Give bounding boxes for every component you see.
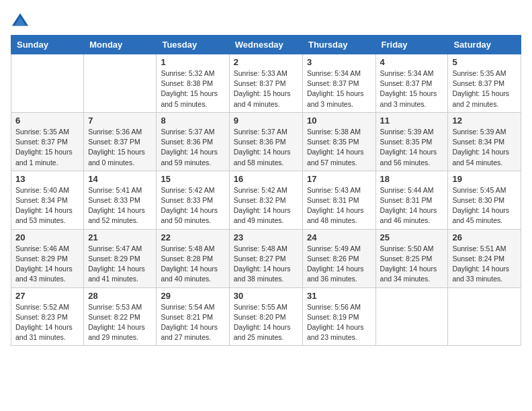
day-info: Sunrise: 5:35 AM Sunset: 8:37 PM Dayligh… <box>452 68 517 109</box>
day-number: 30 <box>234 291 298 301</box>
calendar-cell: 24Sunrise: 5:49 AM Sunset: 8:26 PM Dayli… <box>302 229 375 287</box>
calendar-cell: 4Sunrise: 5:34 AM Sunset: 8:37 PM Daylig… <box>375 54 448 113</box>
calendar-cell: 3Sunrise: 5:34 AM Sunset: 8:37 PM Daylig… <box>302 54 375 113</box>
calendar-cell: 14Sunrise: 5:41 AM Sunset: 8:33 PM Dayli… <box>84 171 157 229</box>
calendar-cell: 12Sunrise: 5:39 AM Sunset: 8:34 PM Dayli… <box>448 112 521 171</box>
day-info: Sunrise: 5:56 AM Sunset: 8:19 PM Dayligh… <box>307 302 371 343</box>
day-info: Sunrise: 5:40 AM Sunset: 8:34 PM Dayligh… <box>15 185 79 226</box>
calendar-cell: 1Sunrise: 5:32 AM Sunset: 8:38 PM Daylig… <box>157 54 229 113</box>
calendar-cell: 31Sunrise: 5:56 AM Sunset: 8:19 PM Dayli… <box>302 287 375 346</box>
calendar-cell: 28Sunrise: 5:53 AM Sunset: 8:22 PM Dayli… <box>84 287 157 346</box>
calendar-cell: 16Sunrise: 5:42 AM Sunset: 8:32 PM Dayli… <box>229 171 302 229</box>
weekday-header-wednesday: Wednesday <box>229 36 302 54</box>
day-number: 23 <box>234 232 298 242</box>
day-number: 6 <box>15 116 79 126</box>
day-info: Sunrise: 5:42 AM Sunset: 8:33 PM Dayligh… <box>161 185 224 226</box>
day-number: 22 <box>161 232 224 242</box>
calendar-cell <box>375 287 448 346</box>
day-number: 5 <box>452 57 517 67</box>
calendar-cell: 19Sunrise: 5:45 AM Sunset: 8:30 PM Dayli… <box>448 171 521 229</box>
calendar-cell: 5Sunrise: 5:35 AM Sunset: 8:37 PM Daylig… <box>448 54 521 113</box>
day-info: Sunrise: 5:52 AM Sunset: 8:23 PM Dayligh… <box>15 302 79 343</box>
day-number: 26 <box>452 232 517 242</box>
day-info: Sunrise: 5:53 AM Sunset: 8:22 PM Dayligh… <box>88 302 152 343</box>
day-number: 15 <box>161 174 224 184</box>
day-number: 25 <box>380 232 444 242</box>
day-info: Sunrise: 5:54 AM Sunset: 8:21 PM Dayligh… <box>161 302 224 343</box>
calendar-cell: 29Sunrise: 5:54 AM Sunset: 8:21 PM Dayli… <box>157 287 229 346</box>
day-info: Sunrise: 5:44 AM Sunset: 8:31 PM Dayligh… <box>380 185 444 226</box>
day-number: 17 <box>307 174 371 184</box>
day-info: Sunrise: 5:48 AM Sunset: 8:28 PM Dayligh… <box>161 244 224 285</box>
calendar-cell <box>448 287 521 346</box>
day-info: Sunrise: 5:42 AM Sunset: 8:32 PM Dayligh… <box>234 185 298 226</box>
day-number: 13 <box>15 174 79 184</box>
weekday-header-thursday: Thursday <box>302 36 375 54</box>
calendar-cell: 26Sunrise: 5:51 AM Sunset: 8:24 PM Dayli… <box>448 229 521 287</box>
day-info: Sunrise: 5:43 AM Sunset: 8:31 PM Dayligh… <box>307 185 371 226</box>
day-info: Sunrise: 5:32 AM Sunset: 8:38 PM Dayligh… <box>161 68 224 109</box>
day-number: 18 <box>380 174 444 184</box>
calendar-cell: 10Sunrise: 5:38 AM Sunset: 8:35 PM Dayli… <box>302 112 375 171</box>
calendar: SundayMondayTuesdayWednesdayThursdayFrid… <box>11 35 521 346</box>
day-info: Sunrise: 5:45 AM Sunset: 8:30 PM Dayligh… <box>452 185 517 226</box>
calendar-cell: 2Sunrise: 5:33 AM Sunset: 8:37 PM Daylig… <box>229 54 302 113</box>
day-number: 27 <box>15 291 79 301</box>
calendar-cell: 6Sunrise: 5:35 AM Sunset: 8:37 PM Daylig… <box>11 112 84 171</box>
day-info: Sunrise: 5:50 AM Sunset: 8:25 PM Dayligh… <box>380 244 444 285</box>
calendar-cell: 15Sunrise: 5:42 AM Sunset: 8:33 PM Dayli… <box>157 171 229 229</box>
day-info: Sunrise: 5:55 AM Sunset: 8:20 PM Dayligh… <box>234 302 298 343</box>
day-number: 19 <box>452 174 517 184</box>
day-number: 9 <box>234 116 298 126</box>
calendar-cell: 22Sunrise: 5:48 AM Sunset: 8:28 PM Dayli… <box>157 229 229 287</box>
day-info: Sunrise: 5:34 AM Sunset: 8:37 PM Dayligh… <box>380 68 444 109</box>
calendar-cell: 23Sunrise: 5:48 AM Sunset: 8:27 PM Dayli… <box>229 229 302 287</box>
calendar-cell: 27Sunrise: 5:52 AM Sunset: 8:23 PM Dayli… <box>11 287 84 346</box>
calendar-cell: 13Sunrise: 5:40 AM Sunset: 8:34 PM Dayli… <box>11 171 84 229</box>
day-info: Sunrise: 5:37 AM Sunset: 8:36 PM Dayligh… <box>234 127 298 168</box>
calendar-cell: 25Sunrise: 5:50 AM Sunset: 8:25 PM Dayli… <box>375 229 448 287</box>
day-number: 28 <box>88 291 152 301</box>
day-number: 21 <box>88 232 152 242</box>
day-info: Sunrise: 5:34 AM Sunset: 8:37 PM Dayligh… <box>307 68 371 109</box>
weekday-header-monday: Monday <box>84 36 157 54</box>
weekday-header-friday: Friday <box>375 36 448 54</box>
page-header <box>11 11 521 30</box>
day-number: 29 <box>161 291 224 301</box>
day-info: Sunrise: 5:41 AM Sunset: 8:33 PM Dayligh… <box>88 185 152 226</box>
day-info: Sunrise: 5:39 AM Sunset: 8:35 PM Dayligh… <box>380 127 444 168</box>
logo <box>11 11 32 30</box>
day-number: 12 <box>452 116 517 126</box>
day-info: Sunrise: 5:35 AM Sunset: 8:37 PM Dayligh… <box>15 127 79 168</box>
day-number: 31 <box>307 291 371 301</box>
calendar-cell <box>84 54 157 113</box>
day-info: Sunrise: 5:39 AM Sunset: 8:34 PM Dayligh… <box>452 127 517 168</box>
day-info: Sunrise: 5:36 AM Sunset: 8:37 PM Dayligh… <box>88 127 152 168</box>
day-number: 2 <box>234 57 298 67</box>
day-info: Sunrise: 5:33 AM Sunset: 8:37 PM Dayligh… <box>234 68 298 109</box>
logo-icon <box>11 11 30 30</box>
calendar-cell: 20Sunrise: 5:46 AM Sunset: 8:29 PM Dayli… <box>11 229 84 287</box>
calendar-cell: 8Sunrise: 5:37 AM Sunset: 8:36 PM Daylig… <box>157 112 229 171</box>
weekday-header-tuesday: Tuesday <box>157 36 229 54</box>
calendar-cell: 30Sunrise: 5:55 AM Sunset: 8:20 PM Dayli… <box>229 287 302 346</box>
day-info: Sunrise: 5:51 AM Sunset: 8:24 PM Dayligh… <box>452 244 517 285</box>
calendar-cell: 9Sunrise: 5:37 AM Sunset: 8:36 PM Daylig… <box>229 112 302 171</box>
calendar-cell: 18Sunrise: 5:44 AM Sunset: 8:31 PM Dayli… <box>375 171 448 229</box>
day-number: 4 <box>380 57 444 67</box>
weekday-header-saturday: Saturday <box>448 36 521 54</box>
day-number: 1 <box>161 57 224 67</box>
calendar-cell: 17Sunrise: 5:43 AM Sunset: 8:31 PM Dayli… <box>302 171 375 229</box>
day-info: Sunrise: 5:38 AM Sunset: 8:35 PM Dayligh… <box>307 127 371 168</box>
day-number: 7 <box>88 116 152 126</box>
day-info: Sunrise: 5:49 AM Sunset: 8:26 PM Dayligh… <box>307 244 371 285</box>
calendar-cell <box>11 54 84 113</box>
day-number: 11 <box>380 116 444 126</box>
day-info: Sunrise: 5:48 AM Sunset: 8:27 PM Dayligh… <box>234 244 298 285</box>
calendar-cell: 7Sunrise: 5:36 AM Sunset: 8:37 PM Daylig… <box>84 112 157 171</box>
day-number: 14 <box>88 174 152 184</box>
day-number: 3 <box>307 57 371 67</box>
calendar-cell: 21Sunrise: 5:47 AM Sunset: 8:29 PM Dayli… <box>84 229 157 287</box>
day-info: Sunrise: 5:46 AM Sunset: 8:29 PM Dayligh… <box>15 244 79 285</box>
day-info: Sunrise: 5:47 AM Sunset: 8:29 PM Dayligh… <box>88 244 152 285</box>
